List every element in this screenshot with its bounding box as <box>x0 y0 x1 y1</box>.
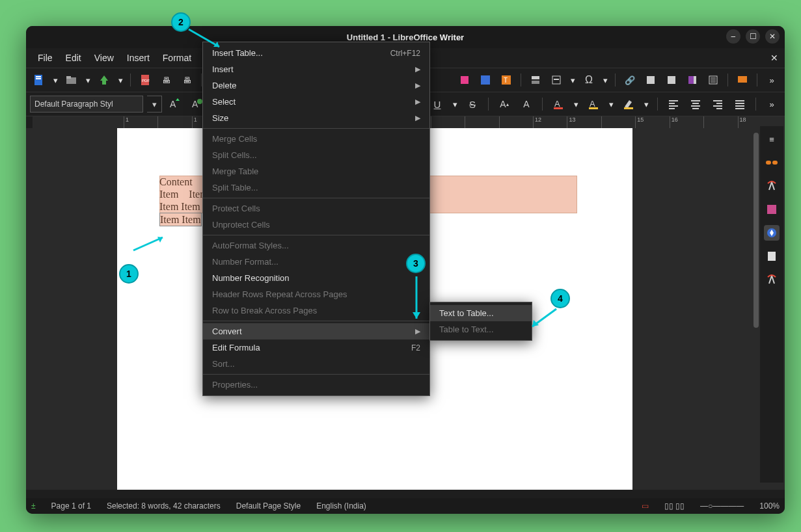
underline-icon[interactable]: U <box>429 96 445 112</box>
save-icon[interactable] <box>96 72 112 88</box>
text-line: Item Item <box>159 200 208 213</box>
paragraph-style-dropdown-icon[interactable]: ▾ <box>147 96 162 113</box>
print-preview-icon[interactable]: 🖶 <box>179 72 195 88</box>
section-icon[interactable] <box>528 72 543 88</box>
callout-4: 4 <box>550 289 570 308</box>
menu-item-properties-: Properties... <box>203 377 429 393</box>
cross-ref-icon[interactable] <box>705 72 721 88</box>
menu-item-convert[interactable]: Convert▶ <box>203 323 429 339</box>
view-layout-icon[interactable]: ▯▯ ▯▯ <box>664 501 685 511</box>
footnote-icon[interactable] <box>643 72 658 88</box>
svg-rect-25 <box>738 76 747 83</box>
align-right-icon[interactable] <box>710 96 726 112</box>
menu-file[interactable]: File <box>31 49 59 66</box>
subscript-icon[interactable]: A <box>519 96 534 112</box>
menu-item-autoformat-styles-: AutoFormat Styles... <box>203 237 429 254</box>
menu-item-edit-formula[interactable]: Edit FormulaF2 <box>203 339 429 356</box>
menu-item-number-recognition[interactable]: Number Recognition <box>203 270 429 286</box>
dropdown-icon[interactable]: ▾ <box>602 72 608 88</box>
stylelist-icon[interactable] <box>764 272 780 287</box>
page-icon[interactable] <box>764 248 780 264</box>
strikethrough-icon[interactable]: S <box>465 96 480 112</box>
navigator-icon[interactable] <box>764 225 780 241</box>
menu-icon[interactable]: ≡ <box>764 131 780 147</box>
svg-rect-52 <box>767 205 776 214</box>
minimize-button[interactable]: ‒ <box>726 29 740 44</box>
close-button[interactable]: ✕ <box>765 29 780 44</box>
menu-item-insert-table-[interactable]: Insert Table...Ctrl+F12 <box>203 45 429 61</box>
new-doc-icon[interactable] <box>31 72 47 88</box>
insert-mode-icon[interactable]: ▭ <box>642 501 649 511</box>
dropdown-icon[interactable]: ▾ <box>85 72 91 88</box>
callout-arrow-3 <box>410 273 423 325</box>
bookmark-icon[interactable] <box>685 72 700 88</box>
more-icon[interactable]: » <box>764 72 780 88</box>
gallery-icon[interactable] <box>764 202 780 217</box>
menu-item-split-cells-: Split Cells... <box>203 147 429 163</box>
paragraph-style-combo[interactable]: Default Paragraph Styl <box>30 96 143 113</box>
maximize-button[interactable]: ☐ <box>746 29 760 44</box>
svg-point-28 <box>197 99 202 104</box>
language-status[interactable]: English (India) <box>316 501 366 511</box>
update-style-icon[interactable]: A <box>167 96 183 112</box>
menu-insert[interactable]: Insert <box>120 49 156 66</box>
dropdown-icon[interactable]: ▾ <box>452 96 458 112</box>
highlight-color-icon[interactable]: A <box>586 96 601 112</box>
align-left-icon[interactable] <box>666 96 681 112</box>
svg-rect-14 <box>532 81 539 84</box>
align-center-icon[interactable] <box>688 96 703 112</box>
font-color-icon[interactable]: A <box>550 96 566 112</box>
more-icon[interactable]: » <box>764 96 780 112</box>
page-style-status[interactable]: Default Page Style <box>236 501 301 511</box>
menu-item-insert[interactable]: Insert▶ <box>203 61 429 77</box>
menu-edit[interactable]: Edit <box>59 49 88 66</box>
hyperlink-icon[interactable]: 🔗 <box>622 72 638 88</box>
scrollbar-thumb[interactable] <box>753 133 759 328</box>
statusbar: ± Page 1 of 1 Selected: 8 words, 42 char… <box>26 498 785 514</box>
text-line: Item Item <box>159 213 202 226</box>
menu-item-protect-cells: Protect Cells <box>203 200 429 217</box>
convert-submenu: Text to Table...Table to Text... <box>429 302 532 341</box>
special-char-icon[interactable]: Ω <box>581 72 597 88</box>
dropdown-icon[interactable]: ▾ <box>52 72 59 88</box>
zoom-value[interactable]: 100% <box>759 501 780 511</box>
dropdown-icon[interactable]: ▾ <box>569 72 576 88</box>
menu-item-split-table-: Split Table... <box>203 180 429 196</box>
dropdown-icon[interactable]: ▾ <box>643 96 649 112</box>
menu-item-size[interactable]: Size▶ <box>203 110 429 126</box>
menu-item-select[interactable]: Select▶ <box>203 94 429 110</box>
open-icon[interactable] <box>64 72 79 88</box>
image-icon[interactable] <box>478 72 493 88</box>
svg-rect-32 <box>589 107 598 109</box>
svg-text:T: T <box>504 77 508 84</box>
highlight-icon[interactable] <box>457 72 472 88</box>
svg-line-57 <box>189 29 219 47</box>
align-justify-icon[interactable] <box>732 96 748 112</box>
callout-arrow-4 <box>527 306 560 332</box>
svg-line-55 <box>133 237 163 250</box>
menu-view[interactable]: View <box>88 49 120 66</box>
dropdown-icon[interactable]: ▾ <box>573 96 579 112</box>
print-icon[interactable]: 🖶 <box>158 72 174 88</box>
comment-icon[interactable] <box>735 72 750 88</box>
submenu-item-text-to-table-[interactable]: Text to Table... <box>430 305 532 321</box>
vertical-scrollbar[interactable] <box>752 126 760 477</box>
pdf-icon[interactable]: PDF <box>137 72 153 88</box>
frame-icon[interactable] <box>549 72 564 88</box>
document-text[interactable]: Content Item Item Item Item Item Item <box>159 176 208 226</box>
menu-item-unprotect-cells: Unprotect Cells <box>203 217 429 233</box>
superscript-icon[interactable]: A▴ <box>496 96 512 112</box>
callout-arrow-1 <box>130 234 169 254</box>
endnote-icon[interactable] <box>664 72 679 88</box>
callout-arrow-2 <box>185 26 224 52</box>
char-panel-icon[interactable] <box>764 178 780 194</box>
dropdown-icon[interactable]: ▾ <box>608 96 614 112</box>
menu-item-delete[interactable]: Delete▶ <box>203 77 429 94</box>
page-status[interactable]: Page 1 of 1 <box>51 501 91 511</box>
link-icon[interactable] <box>764 155 780 170</box>
textbox-icon[interactable]: T <box>498 72 514 88</box>
char-bg-icon[interactable] <box>621 96 636 112</box>
zoom-slider[interactable]: —○———— <box>700 501 744 511</box>
dropdown-icon[interactable]: ▾ <box>117 72 124 88</box>
document-close-icon[interactable]: ✕ <box>770 53 778 63</box>
